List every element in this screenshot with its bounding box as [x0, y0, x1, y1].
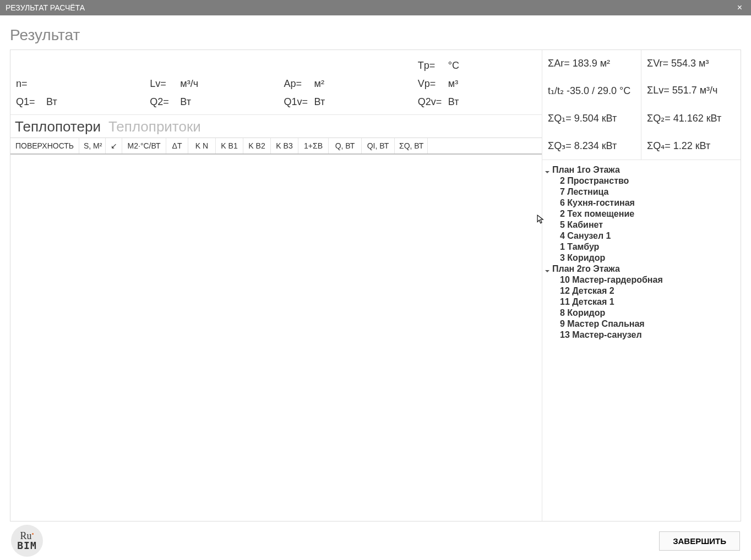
sum-SQ3: ΣQ₃= 8.234 кВт: [542, 132, 641, 160]
footer: Ru• BIM ЗАВЕРШИТЬ: [0, 521, 751, 560]
close-icon[interactable]: ×: [734, 3, 745, 13]
tree-item-0-1[interactable]: 7 Лестница: [545, 186, 738, 197]
sum-SQ1: ΣQ₁= 9.504 кВт: [542, 105, 641, 132]
table-col-4[interactable]: ΔT: [166, 138, 188, 153]
param-Tp: Tp= °C: [412, 60, 542, 72]
table-col-1[interactable]: S, М²: [79, 138, 106, 153]
chevron-down-icon: [545, 167, 550, 173]
table-body: [10, 155, 542, 521]
rooms-tree: План 1го Этажа2 Пространство7 Лестница6 …: [542, 160, 741, 345]
sum-SQ2: ΣQ₂= 41.162 кВт: [641, 105, 741, 132]
logo: Ru• BIM: [11, 525, 43, 557]
tree-item-1-3[interactable]: 8 Коридор: [545, 308, 738, 319]
table-col-11[interactable]: QI, ВТ: [362, 138, 395, 153]
logo-bim: BIM: [17, 541, 37, 551]
tree-item-1-0[interactable]: 10 Мастер-гардеробная: [545, 274, 738, 286]
param-Q1v: Q1v= Вт: [279, 96, 408, 108]
param-Q2v: Q2v= Вт: [412, 96, 542, 108]
param-Q2: Q2= Вт: [144, 96, 274, 108]
table-header: ПОВЕРХНОСТЬS, М²↙М2·°C/ВТΔTK NK B1K B2K …: [10, 138, 542, 155]
table-col-0[interactable]: ПОВЕРХНОСТЬ: [10, 138, 79, 153]
param-Lv: Lv= м³/ч: [144, 78, 274, 90]
tree-group-1[interactable]: План 2го Этажа: [545, 263, 738, 274]
page-title: Результат: [10, 26, 741, 44]
table-col-8[interactable]: K B3: [271, 138, 298, 153]
sum-t12: t₁/t₂ -35.0 / 29.0 °C: [542, 77, 641, 105]
tree-item-1-2[interactable]: 11 Детская 1: [545, 297, 738, 308]
tree-item-0-0[interactable]: 2 Пространство: [545, 175, 738, 186]
tree-item-0-3[interactable]: 2 Тех помещение: [545, 208, 738, 219]
table-col-12[interactable]: ΣQ, ВТ: [395, 138, 428, 153]
tree-item-0-2[interactable]: 6 Кухня-гостиная: [545, 197, 738, 208]
tabs: Теплопотери Теплопритоки: [10, 115, 542, 138]
sum-SQ4: ΣQ₄= 1.22 кВт: [641, 132, 741, 160]
tree-item-0-7[interactable]: 3 Коридор: [545, 252, 738, 263]
tree-item-0-6[interactable]: 1 Тамбур: [545, 241, 738, 252]
param-Ap: Ap= м²: [279, 78, 408, 90]
table-col-2[interactable]: ↙: [106, 138, 122, 153]
titlebar: РЕЗУЛЬТАТ РАСЧЁТА ×: [0, 0, 751, 15]
sum-SA: ΣAr= 183.9 м²: [542, 50, 641, 77]
table-col-5[interactable]: K N: [188, 138, 216, 153]
tab-heat-losses[interactable]: Теплопотери: [15, 118, 101, 135]
param-Q1: Q1= Вт: [10, 96, 140, 108]
sum-SV: ΣVr= 554.3 м³: [641, 50, 741, 77]
sum-SL: ΣLv= 551.7 м³/ч: [641, 77, 741, 105]
tree-group-label: План 1го Этажа: [552, 165, 620, 175]
content: Результат n= Lv= м³/ч Ap= м² Tp= °C: [0, 15, 751, 521]
side-column: ΣAr= 183.9 м² ΣVr= 554.3 м³ t₁/t₂ -35.0 …: [542, 50, 741, 521]
main-panel: n= Lv= м³/ч Ap= м² Tp= °C Vp= м³: [10, 50, 741, 521]
finish-button[interactable]: ЗАВЕРШИТЬ: [659, 531, 740, 551]
main-column: n= Lv= м³/ч Ap= м² Tp= °C Vp= м³: [10, 50, 542, 521]
tree-item-0-5[interactable]: 4 Санузел 1: [545, 230, 738, 241]
table-col-6[interactable]: K B1: [216, 138, 243, 153]
table-col-10[interactable]: Q, ВТ: [329, 138, 362, 153]
chevron-down-icon: [545, 266, 550, 272]
tree-group-label: План 2го Этажа: [552, 264, 620, 274]
tab-heat-gains[interactable]: Теплопритоки: [108, 118, 201, 135]
table-col-7[interactable]: K B2: [243, 138, 271, 153]
window-title: РЕЗУЛЬТАТ РАСЧЁТА: [6, 3, 85, 12]
param-Vp: Vp= м³: [412, 78, 542, 90]
tree-item-0-4[interactable]: 5 Кабинет: [545, 219, 738, 230]
tree-item-1-5[interactable]: 13 Мастер-санузел: [545, 330, 738, 341]
tree-item-1-4[interactable]: 9 Мастер Спальная: [545, 319, 738, 330]
tree-group-0[interactable]: План 1го Этажа: [545, 164, 738, 175]
tree-item-1-1[interactable]: 12 Детская 2: [545, 286, 738, 297]
param-n: n=: [10, 78, 140, 90]
params-grid: n= Lv= м³/ч Ap= м² Tp= °C Vp= м³: [10, 50, 542, 115]
table-col-9[interactable]: 1+ΣB: [298, 138, 329, 153]
summary-grid: ΣAr= 183.9 м² ΣVr= 554.3 м³ t₁/t₂ -35.0 …: [542, 50, 741, 160]
table-col-3[interactable]: М2·°C/ВТ: [122, 138, 166, 153]
